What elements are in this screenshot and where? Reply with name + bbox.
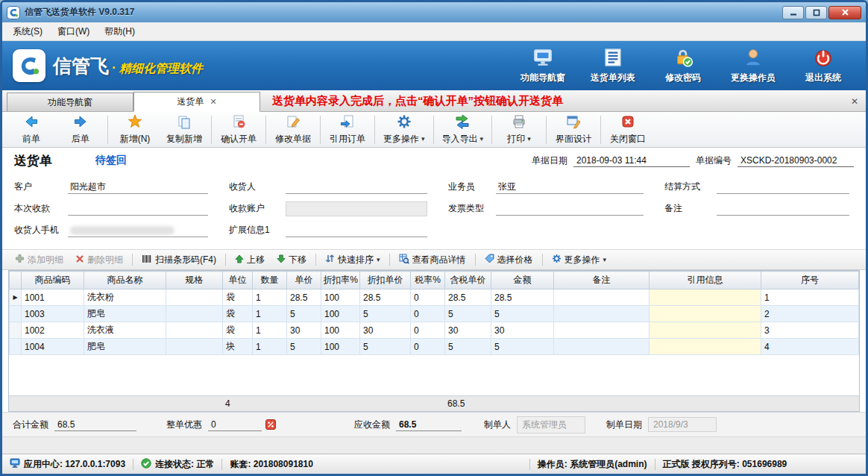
discount-icon[interactable]	[265, 419, 276, 430]
cell-discount_price[interactable]: 28.5	[360, 289, 411, 306]
quick-sort-button[interactable]: 快速排序 ▾	[320, 252, 386, 268]
close-window-button[interactable]: 关闭窗口	[603, 113, 652, 147]
salesman-field[interactable]: 张亚	[496, 180, 644, 194]
doc-number-value[interactable]: XSCKD-20180903-0002	[738, 154, 854, 167]
new-button[interactable]: 新增(N)	[110, 113, 160, 147]
cell-price[interactable]: 28.5	[287, 289, 321, 306]
payment-field[interactable]	[68, 201, 208, 216]
cell-amount[interactable]: 5	[491, 306, 554, 322]
cell-remark[interactable]	[554, 339, 650, 355]
select-price-button[interactable]: 选择价格	[479, 252, 538, 268]
cell-seq[interactable]: 2	[761, 306, 859, 322]
cell-spec[interactable]	[166, 322, 223, 339]
cell-price[interactable]: 5	[287, 339, 321, 355]
edit-doc-button[interactable]: 修改单据	[268, 113, 318, 147]
cell-remark[interactable]	[554, 322, 650, 339]
order-discount-field[interactable]: 0	[208, 419, 262, 431]
quote-order-button[interactable]: 引用订单	[323, 113, 372, 147]
col-header-name[interactable]: 商品名称	[84, 272, 166, 289]
cell-amount[interactable]: 28.5	[491, 289, 554, 306]
customer-field[interactable]: 阳光超市	[68, 180, 208, 194]
cell-tax_rate[interactable]: 0	[411, 289, 445, 306]
cell-qty[interactable]: 1	[253, 306, 287, 322]
doc-date-value[interactable]: 2018-09-03 11:44	[573, 154, 690, 167]
add-detail-button[interactable]: 添加明细	[10, 252, 69, 268]
col-header-tax-price[interactable]: 含税单价	[445, 272, 491, 289]
col-header-tax-rate[interactable]: 税率%	[411, 272, 445, 289]
cell-spec[interactable]	[166, 306, 223, 322]
cell-ref[interactable]	[650, 306, 761, 322]
move-up-button[interactable]: 上移	[230, 252, 270, 268]
ui-design-button[interactable]: 界面设计	[549, 113, 598, 147]
cell-seq[interactable]: 3	[761, 322, 859, 339]
cell-qty[interactable]: 1	[253, 289, 287, 306]
scan-barcode-button[interactable]: 扫描条形码(F4)	[136, 252, 221, 268]
tab-delivery-order[interactable]: 送货单 ✕	[133, 92, 260, 112]
cell-code[interactable]: 1001	[22, 289, 84, 306]
switch-operator-button[interactable]: 更换操作员	[721, 45, 785, 87]
remark-field[interactable]	[717, 201, 849, 216]
cell-tax_rate[interactable]: 0	[411, 339, 445, 355]
cell-name[interactable]: 肥皂	[84, 306, 166, 322]
menu-system[interactable]: 系统(S)	[5, 23, 50, 40]
cell-code[interactable]: 1004	[22, 339, 84, 355]
import-export-button[interactable]: 导入导出▾	[436, 113, 490, 147]
col-header-price[interactable]: 单价	[287, 272, 321, 289]
cell-name[interactable]: 洗衣液	[84, 322, 166, 339]
col-header-qty[interactable]: 数量	[253, 272, 287, 289]
table-row[interactable]: 1004肥皂块1510050554	[10, 339, 859, 355]
cell-discount_price[interactable]: 30	[360, 322, 411, 339]
copy-new-button[interactable]: 复制新增	[160, 113, 209, 147]
col-header-code[interactable]: 商品编码	[22, 272, 84, 289]
cell-remark[interactable]	[554, 306, 650, 322]
cell-amount[interactable]: 5	[491, 339, 554, 355]
cell-unit[interactable]: 块	[223, 339, 253, 355]
col-header-seq[interactable]: 序号	[761, 272, 859, 289]
cell-seq[interactable]: 1	[761, 289, 859, 306]
invoice-type-field[interactable]	[496, 201, 644, 216]
next-doc-button[interactable]: 后单	[56, 113, 105, 147]
col-header-discount-rate[interactable]: 折扣率%	[321, 272, 360, 289]
col-header-discount-price[interactable]: 折扣单价	[360, 272, 411, 289]
settlement-field[interactable]	[717, 180, 849, 194]
cell-discount_price[interactable]: 5	[360, 339, 411, 355]
cell-seq[interactable]: 4	[761, 339, 859, 355]
cell-discount_rate[interactable]: 100	[321, 339, 360, 355]
cell-unit[interactable]: 袋	[223, 306, 253, 322]
consignee-field[interactable]	[286, 180, 427, 194]
cell-discount_rate[interactable]: 100	[321, 322, 360, 339]
cell-tax_price[interactable]: 30	[445, 322, 491, 339]
cell-qty[interactable]: 1	[253, 322, 287, 339]
cell-ref[interactable]	[650, 289, 761, 306]
table-row[interactable]: 1003肥皂袋1510050552	[10, 306, 859, 322]
cell-ref[interactable]	[650, 339, 761, 355]
tab-close-icon[interactable]: ✕	[210, 97, 216, 107]
delivery-list-button[interactable]: 送货单列表	[581, 45, 645, 87]
cell-tax_rate[interactable]: 0	[411, 306, 445, 322]
menu-window[interactable]: 窗口(W)	[50, 23, 97, 40]
cell-discount_price[interactable]: 5	[360, 306, 411, 322]
cell-ref[interactable]	[650, 322, 761, 339]
cell-amount[interactable]: 30	[491, 322, 554, 339]
cell-spec[interactable]	[166, 339, 223, 355]
minimize-button[interactable]	[782, 6, 804, 19]
menu-help[interactable]: 帮助(H)	[97, 23, 142, 40]
print-button[interactable]: 打印▾	[494, 113, 544, 147]
cell-remark[interactable]	[554, 289, 650, 306]
cell-tax_price[interactable]: 5	[445, 306, 491, 322]
table-row[interactable]: ▶1001洗衣粉袋128.510028.5028.528.51	[10, 289, 859, 306]
table-row[interactable]: 1002洗衣液袋13010030030303	[10, 322, 859, 339]
cell-unit[interactable]: 袋	[223, 322, 253, 339]
cell-unit[interactable]: 袋	[223, 289, 253, 306]
more-actions-button[interactable]: 更多操作▾	[377, 113, 431, 147]
total-amount-field[interactable]: 68.5	[54, 419, 136, 431]
cell-price[interactable]: 30	[287, 322, 321, 339]
cell-tax_price[interactable]: 28.5	[445, 289, 491, 306]
cell-discount_rate[interactable]: 100	[321, 306, 360, 322]
detail-more-actions-button[interactable]: 更多操作 ▾	[547, 252, 612, 268]
move-down-button[interactable]: 下移	[271, 252, 312, 268]
col-header-spec[interactable]: 规格	[166, 272, 223, 289]
tab-nav-window[interactable]: 功能导航窗	[7, 93, 133, 111]
receivable-field[interactable]: 68.5	[396, 419, 462, 431]
confirm-issue-button[interactable]: 确认开单	[214, 113, 263, 147]
